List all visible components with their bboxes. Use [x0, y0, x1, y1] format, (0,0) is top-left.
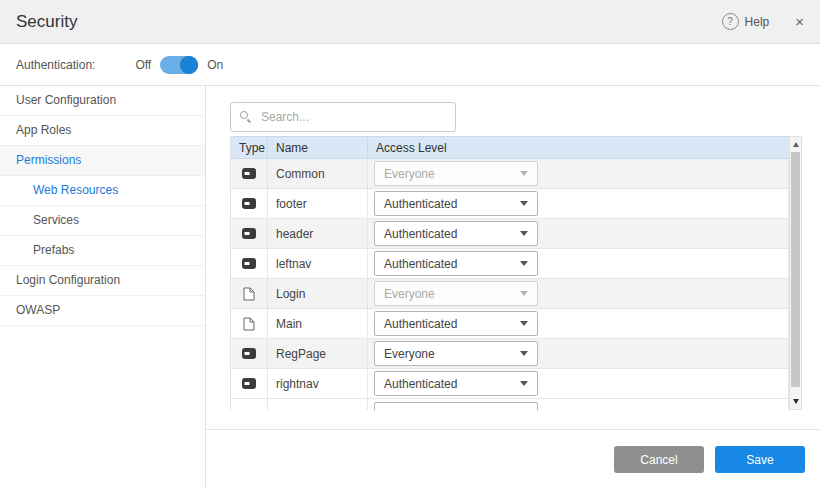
dropdown-value: Everyone: [384, 167, 435, 181]
chevron-down-icon: [520, 231, 528, 236]
access-level-dropdown[interactable]: [374, 402, 538, 410]
type-cell: [231, 399, 267, 410]
authentication-label: Authentication:: [16, 58, 95, 72]
dropdown-value: Authenticated: [384, 257, 457, 271]
type-cell: [231, 279, 267, 308]
type-cell: [231, 309, 267, 338]
access-cell: Authenticated: [367, 309, 788, 338]
widget-icon: [242, 378, 256, 389]
close-icon[interactable]: ×: [795, 13, 804, 30]
table-row[interactable]: RegPage Everyone: [231, 339, 788, 369]
column-header-type[interactable]: Type: [231, 137, 267, 158]
table-row[interactable]: leftnav Authenticated: [231, 249, 788, 279]
toggle-knob-icon: [180, 56, 198, 74]
access-cell: Authenticated: [367, 369, 788, 398]
access-cell: [367, 399, 788, 410]
access-level-dropdown[interactable]: Authenticated: [374, 311, 538, 336]
cancel-button[interactable]: Cancel: [614, 446, 704, 473]
access-level-dropdown[interactable]: Authenticated: [374, 371, 538, 396]
toggle-on-label: On: [207, 58, 223, 72]
sidebar-item-services[interactable]: Services: [0, 206, 205, 236]
scroll-up-icon[interactable]: [793, 142, 799, 147]
table-row[interactable]: footer Authenticated: [231, 189, 788, 219]
chevron-down-icon: [520, 291, 528, 296]
permissions-panel: Type Name Access Level Common: [206, 86, 820, 429]
sidebar-item-user-configuration[interactable]: User Configuration: [0, 86, 205, 116]
security-dialog: Security ? Help × Authentication: Off On…: [0, 0, 820, 489]
resource-name: header: [267, 219, 367, 248]
action-bar: Cancel Save: [206, 429, 820, 489]
resource-name: RegPage: [267, 339, 367, 368]
access-level-dropdown[interactable]: Everyone: [374, 341, 538, 366]
access-level-dropdown[interactable]: Authenticated: [374, 251, 538, 276]
resource-name: [267, 399, 367, 410]
chevron-down-icon: [520, 201, 528, 206]
dropdown-value: Authenticated: [384, 197, 457, 211]
toggle-off-label: Off: [135, 58, 151, 72]
dropdown-value: Everyone: [384, 347, 435, 361]
type-cell: [231, 189, 267, 218]
widget-icon: [242, 258, 256, 269]
table-header-row: Type Name Access Level: [231, 136, 788, 159]
resource-name: Login: [267, 279, 367, 308]
help-button[interactable]: ? Help: [722, 13, 770, 30]
table-row[interactable]: Main Authenticated: [231, 309, 788, 339]
search-icon: [240, 111, 252, 123]
type-cell: [231, 219, 267, 248]
resource-name: Common: [267, 159, 367, 188]
access-level-dropdown[interactable]: Authenticated: [374, 221, 538, 246]
access-level-dropdown[interactable]: Everyone: [374, 161, 538, 186]
sidebar-item-owasp[interactable]: OWASP: [0, 296, 205, 326]
table-row-partial: [231, 399, 788, 410]
dropdown-value: Authenticated: [384, 227, 457, 241]
save-button[interactable]: Save: [715, 446, 805, 473]
access-cell: Everyone: [367, 279, 788, 308]
table-row[interactable]: Common Everyone: [231, 159, 788, 189]
scrollbar[interactable]: [789, 136, 802, 410]
sidebar: User Configuration App Roles Permissions…: [0, 86, 206, 489]
widget-icon: [242, 168, 256, 179]
chevron-down-icon: [520, 351, 528, 356]
web-resources-table: Type Name Access Level Common: [230, 136, 802, 410]
authentication-toggle[interactable]: [160, 56, 198, 74]
resource-name: footer: [267, 189, 367, 218]
access-cell: Everyone: [367, 339, 788, 368]
resource-name: Main: [267, 309, 367, 338]
scrollbar-thumb[interactable]: [791, 152, 800, 387]
column-header-access-level[interactable]: Access Level: [367, 137, 788, 158]
type-cell: [231, 339, 267, 368]
resource-name: rightnav: [267, 369, 367, 398]
title-bar: Security ? Help ×: [0, 0, 820, 44]
authentication-bar: Authentication: Off On: [0, 44, 820, 86]
sidebar-item-app-roles[interactable]: App Roles: [0, 116, 205, 146]
access-level-dropdown[interactable]: Everyone: [374, 281, 538, 306]
chevron-down-icon: [520, 321, 528, 326]
help-label: Help: [745, 15, 770, 29]
sidebar-item-permissions[interactable]: Permissions: [0, 146, 205, 176]
access-cell: Authenticated: [367, 189, 788, 218]
chevron-down-icon: [520, 261, 528, 266]
access-cell: Authenticated: [367, 219, 788, 248]
chevron-down-icon: [520, 381, 528, 386]
table-row[interactable]: header Authenticated: [231, 219, 788, 249]
sidebar-item-web-resources[interactable]: Web Resources: [0, 176, 205, 206]
access-cell: Authenticated: [367, 249, 788, 278]
page-icon: [243, 317, 255, 331]
page-title: Security: [16, 12, 722, 32]
table-row[interactable]: rightnav Authenticated: [231, 369, 788, 399]
scroll-down-icon[interactable]: [793, 399, 799, 404]
page-icon: [243, 287, 255, 301]
sidebar-item-prefabs[interactable]: Prefabs: [0, 236, 205, 266]
type-cell: [231, 369, 267, 398]
table-row[interactable]: Login Everyone: [231, 279, 788, 309]
column-header-name[interactable]: Name: [267, 137, 367, 158]
sidebar-item-login-configuration[interactable]: Login Configuration: [0, 266, 205, 296]
resource-name: leftnav: [267, 249, 367, 278]
type-cell: [231, 249, 267, 278]
search-input[interactable]: [259, 109, 446, 125]
dropdown-value: Authenticated: [384, 317, 457, 331]
access-cell: Everyone: [367, 159, 788, 188]
dropdown-value: Everyone: [384, 287, 435, 301]
access-level-dropdown[interactable]: Authenticated: [374, 191, 538, 216]
search-box: [230, 102, 456, 132]
